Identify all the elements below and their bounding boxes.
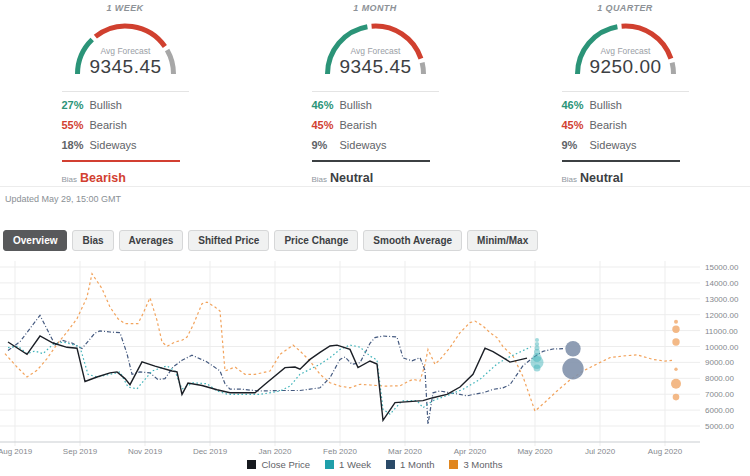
gauge-period-label: 1 QUARTER (500, 3, 750, 15)
avg-forecast-value: 9345.45 (339, 56, 411, 77)
tab-averages[interactable]: Averages (119, 230, 184, 251)
avg-forecast-label: Avg Forecast (600, 46, 651, 56)
bullish-row: 27%Bullish (62, 95, 189, 115)
tab-overview[interactable]: Overview (3, 230, 67, 251)
legend-item-3-months: 3 Months (449, 459, 502, 470)
bias-label: Bias (562, 175, 578, 184)
legend-swatch (386, 460, 395, 469)
divider (62, 91, 189, 92)
legend-item-1-week: 1 Week (325, 459, 371, 470)
legend-label: 1 Month (400, 459, 434, 470)
sideways-label: Sideways (340, 139, 387, 151)
bullish-row: 46%Bullish (312, 95, 439, 115)
1-week-forecast-bubbles (534, 365, 541, 372)
legend-swatch (325, 460, 334, 469)
legend-swatch (247, 460, 256, 469)
gauge-segment (167, 50, 173, 74)
forecast-card-1-quarter: 1 QUARTER Avg Forecast 9250.00 46%Bullis… (500, 0, 750, 186)
3-month-forecast-bubbles (673, 394, 680, 401)
1-month-forecast-bubbles (565, 341, 580, 356)
3-month-forecast-bubbles (674, 368, 677, 371)
tab-shifted-price[interactable]: Shifted Price (188, 230, 269, 251)
sideways-label: Sideways (590, 139, 637, 151)
bias-value: Bearish (80, 171, 126, 185)
sideways-row: 9%Sideways (312, 135, 439, 155)
forecast-card-1-month: 1 MONTH Avg Forecast 9345.45 46%Bullish … (250, 0, 500, 186)
sideways-percent: 9% (562, 139, 590, 151)
y-axis-tick-label: 7000.00 (705, 390, 734, 399)
legend-swatch (449, 460, 458, 469)
y-axis-tick-label: 9000.00 (705, 358, 734, 367)
forecast-chart: 15000.0014000.0013000.0012000.0011000.00… (0, 259, 750, 456)
divider (312, 91, 439, 92)
x-axis-tick-label: Apr 2020 (454, 447, 487, 456)
divider (562, 91, 689, 92)
avg-forecast-label: Avg Forecast (350, 46, 401, 56)
legend-label: 3 Months (463, 459, 502, 470)
tab-price-change[interactable]: Price Change (274, 230, 358, 251)
bias-underline (562, 160, 680, 162)
bearish-row: 55%Bearish (62, 115, 189, 135)
3-month-forecast-bubbles (672, 326, 679, 333)
x-axis-tick-label: May 2020 (517, 447, 553, 456)
forecast-card-1-week: 1 WEEK Avg Forecast 9345.45 27%Bullish 5… (0, 0, 250, 186)
x-axis-tick-label: Jul 2020 (585, 447, 616, 456)
series-1-month (8, 315, 563, 424)
sideways-percent: 9% (312, 139, 340, 151)
x-axis-tick-label: Jan 2020 (259, 447, 292, 456)
sideways-label: Sideways (90, 139, 137, 151)
y-axis-tick-label: 8000.00 (705, 374, 734, 383)
gauge-segment (95, 26, 164, 47)
gauge-period-label: 1 WEEK (0, 3, 250, 15)
sideways-row: 9%Sideways (562, 135, 689, 155)
bearish-percent: 45% (562, 119, 590, 131)
bearish-label: Bearish (590, 119, 627, 131)
bias-row: BiasBearish (62, 168, 189, 186)
section-divider (0, 186, 750, 187)
bullish-percent: 46% (312, 99, 340, 111)
bearish-label: Bearish (340, 119, 377, 131)
bias-label: Bias (312, 175, 328, 184)
x-axis-tick-label: Aug 2020 (648, 447, 683, 456)
y-axis-tick-label: 11000.00 (705, 327, 738, 336)
bearish-row: 45%Bearish (562, 115, 689, 135)
gauge-cards-row: 1 WEEK Avg Forecast 9345.45 27%Bullish 5… (0, 0, 750, 186)
bias-value: Neutral (330, 171, 373, 185)
x-axis-tick-label: Feb 2020 (323, 447, 357, 456)
bullish-row: 46%Bullish (562, 95, 689, 115)
y-axis-tick-label: 5000.00 (705, 422, 734, 431)
bias-row: BiasNeutral (312, 168, 439, 186)
tab-bias[interactable]: Bias (72, 230, 113, 251)
avg-forecast-label: Avg Forecast (100, 46, 151, 56)
y-axis-tick-label: 15000.00 (705, 263, 739, 272)
y-axis-tick-label: 12000.00 (705, 311, 739, 320)
bullish-percent: 46% (562, 99, 590, 111)
bullish-percent: 27% (62, 99, 90, 111)
legend-label: 1 Week (339, 459, 371, 470)
y-axis-tick-label: 14000.00 (705, 279, 739, 288)
bullish-label: Bullish (340, 99, 372, 111)
forecast-poll-widget: 1 WEEK Avg Forecast 9345.45 27%Bullish 5… (0, 0, 750, 476)
y-axis-tick-label: 10000.00 (705, 343, 739, 352)
bias-label: Bias (62, 175, 78, 184)
gauge-segment (672, 63, 673, 74)
sideways-percent: 18% (62, 139, 90, 151)
x-axis-tick-label: Dec 2019 (193, 447, 228, 456)
bias-row: BiasNeutral (562, 168, 689, 186)
legend-label: Close Price (261, 459, 310, 470)
bullish-label: Bullish (590, 99, 622, 111)
tab-smooth-average[interactable]: Smooth Average (363, 230, 462, 251)
updated-timestamp: Updated May 29, 15:00 GMT (5, 194, 121, 204)
gauge-segment (422, 63, 423, 74)
x-axis-tick-label: Nov 2019 (128, 447, 163, 456)
tab-minim-max[interactable]: Minim/Max (467, 230, 538, 251)
bullish-label: Bullish (90, 99, 122, 111)
3-month-forecast-bubbles (674, 320, 678, 324)
x-axis-tick-label: Aug 2019 (0, 447, 33, 456)
sideways-row: 18%Sideways (62, 135, 189, 155)
bias-underline (312, 160, 430, 162)
gauge-arc: Avg Forecast 9250.00 (562, 20, 689, 77)
y-axis-tick-label: 13000.00 (705, 295, 739, 304)
legend-item-1-month: 1 Month (386, 459, 434, 470)
gauge-arc: Avg Forecast 9345.45 (312, 20, 439, 77)
